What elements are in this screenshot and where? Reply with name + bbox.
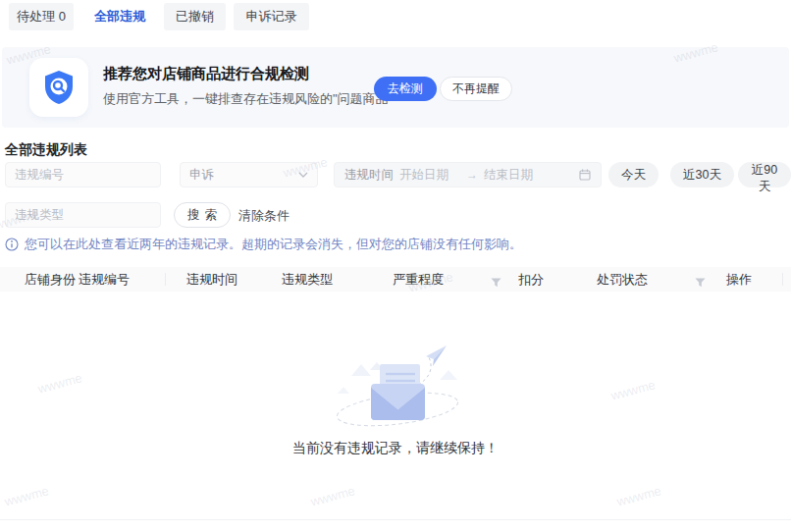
- column-separator: [165, 273, 166, 286]
- shield-search-icon: [29, 58, 88, 117]
- col-violation-type: 违规类型: [282, 267, 333, 292]
- appeal-select[interactable]: 申诉: [180, 162, 318, 187]
- notice-text: 您可以在此处查看近两年的违规记录。超期的记录会消失，但对您的店铺没有任何影响。: [25, 236, 522, 253]
- chevron-down-icon: [298, 172, 308, 178]
- dismiss-reminder-button[interactable]: 不再提醒: [440, 77, 512, 101]
- severity-filter-icon[interactable]: [491, 274, 501, 292]
- tab-appeal-records[interactable]: 申诉记录: [234, 3, 309, 30]
- col-violation-time: 违规时间: [186, 267, 237, 292]
- tab-all-violations[interactable]: 全部违规: [84, 3, 155, 30]
- violation-time-range[interactable]: 违规时间 →: [334, 162, 602, 187]
- empty-mailbox-illustration: [324, 331, 471, 441]
- end-date-input[interactable]: [484, 168, 545, 182]
- watermark: wwwme: [309, 483, 357, 508]
- bottom-divider: [0, 519, 791, 520]
- compliance-banner: 推荐您对店铺商品进行合规检测 使用官方工具，一键排查存在违规风险的"问题商品" …: [2, 47, 789, 128]
- col-shop-identity: 店铺身份: [25, 267, 76, 292]
- violation-id-field[interactable]: [15, 168, 151, 182]
- col-penalty-status: 处罚状态: [597, 267, 648, 292]
- column-separator: [782, 273, 783, 286]
- watermark: wwwme: [615, 483, 663, 508]
- clear-filters-link[interactable]: 清除条件: [238, 207, 290, 225]
- range-arrow-icon: →: [466, 168, 478, 182]
- list-section-title: 全部违规列表: [5, 141, 87, 159]
- quick-range-30d-button[interactable]: 近30天: [670, 162, 734, 187]
- column-separator: [324, 273, 325, 286]
- banner-subtitle: 使用官方工具，一键排查存在违规风险的"问题商品": [103, 90, 393, 108]
- go-check-button[interactable]: 去检测: [374, 77, 437, 101]
- watermark: wwwme: [36, 370, 84, 396]
- col-actions: 操作: [726, 267, 752, 292]
- violation-management-page: 待处理 0 全部违规 已撤销 申诉记录 推荐您对店铺商品进行合规检测 使用官方工…: [0, 0, 791, 532]
- quick-range-today-button[interactable]: 今天: [608, 162, 659, 187]
- record-retention-notice: 您可以在此处查看近两年的违规记录。超期的记录会消失，但对您的店铺没有任何影响。: [5, 236, 522, 253]
- violation-id-input[interactable]: [5, 162, 161, 187]
- penalty-status-filter-icon[interactable]: [695, 274, 706, 292]
- info-icon: [5, 238, 19, 251]
- appeal-select-value: 申诉: [189, 167, 214, 184]
- calendar-icon[interactable]: [579, 169, 591, 181]
- col-violation-id: 违规编号: [79, 267, 130, 292]
- violation-type-field[interactable]: [15, 208, 151, 222]
- violation-type-input[interactable]: [5, 202, 161, 228]
- quick-range-90d-button[interactable]: 近90天: [738, 162, 791, 187]
- tab-revoked[interactable]: 已撤销: [164, 3, 226, 30]
- tab-pending[interactable]: 待处理 0: [9, 3, 74, 30]
- banner-title: 推荐您对店铺商品进行合规检测: [103, 65, 309, 83]
- empty-state-text: 当前没有违规记录，请继续保持！: [0, 440, 791, 457]
- violation-time-label: 违规时间: [344, 167, 394, 184]
- search-button[interactable]: 搜索: [174, 202, 231, 228]
- col-points-deducted: 扣分: [518, 267, 544, 292]
- watermark: wwwme: [609, 377, 658, 402]
- watermark: wwwme: [3, 483, 51, 508]
- start-date-input[interactable]: [399, 168, 460, 182]
- violation-table-header: 店铺身份 违规编号 违规时间 违规类型 严重程度 扣分 处罚状态 操作: [0, 267, 791, 292]
- col-severity: 严重程度: [393, 267, 444, 292]
